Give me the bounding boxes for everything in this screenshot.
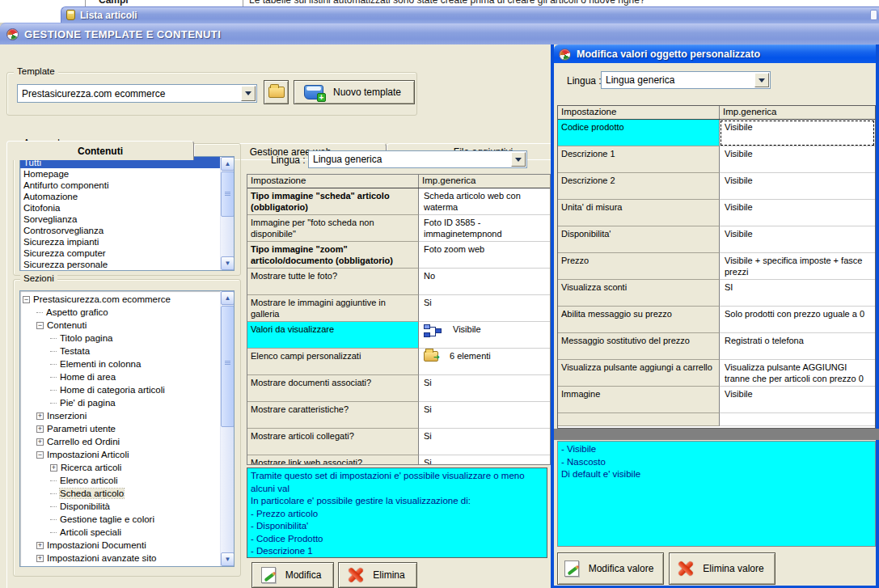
scroll-up-icon[interactable]: ▲ bbox=[221, 291, 235, 305]
aree-web-listbox[interactable]: TuttiHomepageAntifurto componentiAutomaz… bbox=[19, 156, 235, 271]
lingua-combo[interactable]: Lingua generica bbox=[308, 150, 527, 168]
list-item[interactable]: Antifurto componenti bbox=[20, 180, 220, 191]
tree-item[interactable]: Gestione taglie e colori bbox=[23, 513, 220, 526]
grid-row[interactable]: Immagine per "foto scheda non disponibil… bbox=[247, 215, 550, 242]
scroll-thumb[interactable] bbox=[221, 306, 235, 427]
grid-row[interactable]: Abilita messaggio su prezzoSolo prodotti… bbox=[558, 307, 875, 333]
dialog-grid-header: Impostazione Imp.generica bbox=[558, 106, 875, 120]
grid-row[interactable]: PrezzoVisibile + specifica imposte + fas… bbox=[558, 253, 875, 280]
expand-plus-icon[interactable]: + bbox=[36, 542, 44, 549]
list-item[interactable]: Controsorveglianza bbox=[20, 225, 220, 236]
dialog-lingua-combo[interactable]: Lingua generica bbox=[601, 71, 771, 89]
expand-plus-icon[interactable]: + bbox=[36, 555, 44, 562]
tab-contenuti[interactable]: Contenuti bbox=[6, 141, 194, 160]
tree-item[interactable]: +Carrello ed Ordini bbox=[23, 435, 220, 448]
tree-item[interactable]: Elenco articoli bbox=[23, 474, 220, 487]
window-button-sliver[interactable] bbox=[870, 10, 877, 20]
tree-item[interactable]: Testata bbox=[23, 345, 220, 357]
new-template-button[interactable]: + Nuovo template bbox=[294, 80, 415, 104]
grid-row[interactable]: Messaggio sostitutivo del prezzoRegistra… bbox=[558, 333, 875, 360]
expand-plus-icon[interactable]: + bbox=[36, 438, 44, 446]
tree-item[interactable]: Disponibilità bbox=[23, 500, 220, 513]
tree-item[interactable]: Pie' di pagina bbox=[23, 396, 220, 409]
grid-row[interactable]: Mostrare le immagini aggiuntive in galle… bbox=[247, 295, 550, 322]
tree-item[interactable]: Elementi in colonna bbox=[23, 357, 220, 370]
expand-plus-icon[interactable]: + bbox=[36, 425, 44, 433]
expand-plus-icon[interactable]: + bbox=[36, 412, 44, 420]
lingua-combo-arrow-icon[interactable] bbox=[511, 152, 526, 167]
new-template-label: Nuovo template bbox=[330, 87, 404, 98]
open-folder-button[interactable] bbox=[264, 80, 289, 104]
main-titlebar[interactable]: GESTIONE TEMPLATE E CONTENUTI bbox=[0, 23, 879, 44]
grid-row[interactable]: Codice prodottoVisibile bbox=[558, 120, 875, 146]
dialog-lingua-arrow-icon[interactable] bbox=[754, 73, 769, 87]
tree-item[interactable]: +Ricerca articoli bbox=[23, 461, 220, 474]
grid-row[interactable]: Elenco campi personalizzati6 elementi bbox=[247, 349, 550, 375]
scroll-down-icon[interactable]: ▼ bbox=[221, 256, 235, 270]
elimina-valore-button[interactable]: Elimina valore bbox=[669, 552, 775, 585]
tree-item[interactable]: +Impostazioni avanzate sito bbox=[23, 552, 220, 565]
tree-connector bbox=[50, 338, 57, 339]
tree-connector bbox=[50, 403, 57, 404]
grid-row[interactable]: Tipo immagine "zoom" articolo/documento … bbox=[247, 242, 550, 269]
grid-row[interactable]: Mostrare articoli collegati?Si bbox=[247, 429, 550, 455]
grid-row[interactable]: ImmagineVisibile bbox=[558, 387, 875, 413]
grid-row[interactable]: Mostrare tutte le foto?No bbox=[247, 269, 550, 295]
grid-row[interactable]: Visualizza pulsante aggiungi a carrelloV… bbox=[558, 360, 875, 387]
tree-item-label: Contenuti bbox=[47, 320, 87, 330]
tree-item[interactable]: −Contenuti bbox=[23, 319, 220, 332]
grid-row[interactable]: Unita' di misuraVisibile bbox=[558, 200, 875, 226]
dialog-titlebar[interactable]: Modifica valori oggetto personalizzato bbox=[554, 44, 876, 63]
modifica-valore-button[interactable]: Modifica valore bbox=[557, 552, 664, 585]
scroll-thumb[interactable] bbox=[221, 171, 235, 217]
grid-row[interactable]: Mostrare caratteristiche?Si bbox=[247, 402, 550, 429]
scroll-down-icon[interactable]: ▼ bbox=[221, 552, 235, 566]
list-item[interactable]: Automazione bbox=[20, 191, 220, 202]
collapse-minus-icon[interactable]: − bbox=[36, 322, 44, 329]
grid-row[interactable]: Disponibilita'Visibile bbox=[558, 226, 875, 253]
aree-web-scrollbar[interactable]: ▲ ▼ bbox=[220, 157, 234, 270]
tree-item[interactable]: Scheda articolo bbox=[23, 487, 220, 500]
grid-cell-value: Visibile bbox=[720, 387, 875, 413]
grid-row[interactable]: Mostrare link web associati?Si bbox=[247, 455, 550, 465]
grid-row[interactable]: Valori da visualizzareVisibile bbox=[247, 322, 550, 349]
expand-plus-icon[interactable]: + bbox=[50, 464, 57, 472]
tree-item[interactable]: −Prestasicurezza.com ecommerce bbox=[23, 293, 220, 306]
sezioni-scrollbar[interactable]: ▲ ▼ bbox=[220, 291, 234, 566]
template-combo[interactable]: Prestasicurezza.com ecommerce bbox=[17, 84, 257, 103]
tree-item[interactable]: Aspetto grafico bbox=[23, 306, 220, 319]
tree-connector bbox=[50, 532, 57, 533]
tree-item[interactable]: Articoli speciali bbox=[23, 526, 220, 539]
tree-item[interactable]: +Impostazioni Documenti bbox=[23, 539, 220, 552]
list-item[interactable]: Sorveglianza bbox=[20, 214, 220, 225]
modifica-button[interactable]: Modifica bbox=[251, 562, 334, 588]
tree-item[interactable]: Home di area bbox=[23, 370, 220, 383]
collapse-minus-icon[interactable]: − bbox=[36, 451, 44, 459]
grid-row[interactable]: Descrizione 1Visibile bbox=[558, 146, 875, 173]
grid-cell-value bbox=[720, 413, 875, 426]
sezioni-treeview[interactable]: −Prestasicurezza.com ecommerceAspetto gr… bbox=[19, 290, 235, 567]
list-item[interactable]: Sicurezza impianti bbox=[20, 236, 220, 247]
tree-item[interactable]: +Messaggi automatici dell'email bbox=[23, 565, 220, 567]
grid-row[interactable]: Descrizione 2Visibile bbox=[558, 173, 875, 200]
tree-item[interactable]: +Parametri utente bbox=[23, 422, 220, 435]
list-item[interactable]: Sicurezza computer bbox=[20, 247, 220, 259]
tree-item[interactable]: +Inserzioni bbox=[23, 409, 220, 422]
lista-articoli-titlebar[interactable]: Lista articoli bbox=[61, 6, 879, 23]
elimina-button[interactable]: Elimina bbox=[338, 562, 417, 588]
tree-item[interactable]: Titolo pagina bbox=[23, 332, 220, 345]
tree-item-label: Elenco articoli bbox=[60, 476, 118, 485]
grid-row[interactable]: Mostrare documenti associati?Si bbox=[247, 375, 550, 402]
grid-row[interactable]: Tipo immagine "scheda" articolo (obbliga… bbox=[247, 188, 550, 215]
grid-row[interactable] bbox=[558, 413, 875, 426]
list-item[interactable]: Homepage bbox=[20, 168, 220, 180]
collapse-minus-icon[interactable]: − bbox=[23, 296, 30, 303]
template-combo-arrow-icon[interactable] bbox=[241, 86, 256, 101]
tree-item[interactable]: −Impostazioni Articoli bbox=[23, 448, 220, 461]
grid-row[interactable]: Visualizza scontiSI bbox=[558, 280, 875, 307]
list-item[interactable]: Citofonia bbox=[20, 202, 220, 214]
info-line: - Prezzo articolo bbox=[251, 508, 543, 521]
tree-item[interactable]: Home di categoria articoli bbox=[23, 383, 220, 396]
list-item[interactable]: Sicurezza personale bbox=[20, 259, 220, 270]
scroll-up-icon[interactable]: ▲ bbox=[221, 157, 235, 171]
